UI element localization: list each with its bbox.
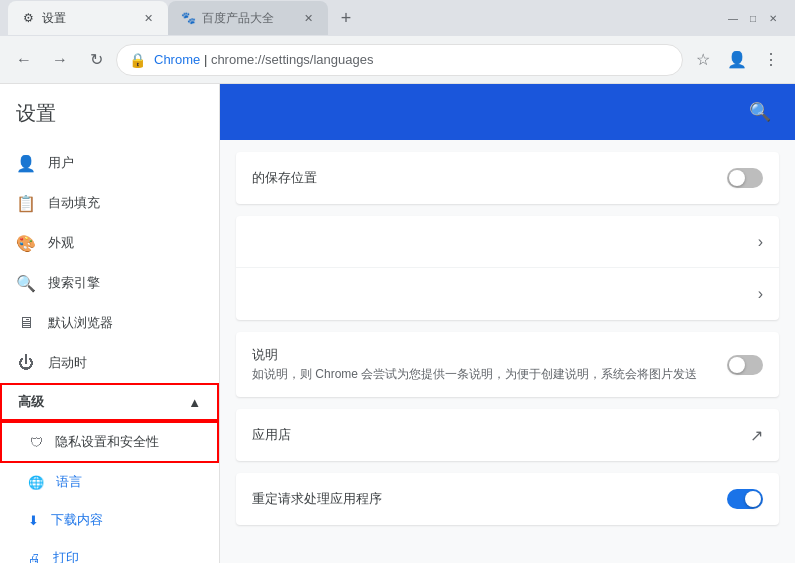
sidebar-item-downloads-label: 下载内容 xyxy=(51,511,103,529)
sidebar-item-startup[interactable]: ⏻ 启动时 xyxy=(0,343,219,383)
settings-tab-title: 设置 xyxy=(42,10,134,27)
sidebar: 设置 👤 用户 📋 自动填充 🎨 外观 🔍 搜索引擎 🖥 默认浏览器 xyxy=(0,84,220,563)
address-path: chrome://settings/languages xyxy=(211,52,374,67)
sidebar-item-user[interactable]: 👤 用户 xyxy=(0,143,219,183)
chevron-right-icon-2: › xyxy=(758,285,763,303)
save-location-label: 的保存位置 xyxy=(252,169,727,187)
sidebar-item-languages-label: 语言 xyxy=(56,473,82,491)
sidebar-item-default-browser[interactable]: 🖥 默认浏览器 xyxy=(0,303,219,343)
sidebar-item-search-label: 搜索引擎 xyxy=(48,274,203,292)
settings-row-chevron-1[interactable]: › xyxy=(236,216,779,268)
autofill-icon: 📋 xyxy=(16,193,36,213)
settings-row-save-location: 的保存位置 xyxy=(236,152,779,204)
sidebar-item-downloads[interactable]: ⬇ 下载内容 xyxy=(0,501,219,539)
appearance-icon: 🎨 xyxy=(16,233,36,253)
navigation-bar: ← → ↻ 🔒 Chrome | chrome://settings/langu… xyxy=(0,36,795,84)
back-button[interactable]: ← xyxy=(8,44,40,76)
downloads-icon: ⬇ xyxy=(28,513,39,528)
sidebar-item-autofill-label: 自动填充 xyxy=(48,194,203,212)
description-toggle[interactable] xyxy=(727,355,763,375)
print-icon: 🖨 xyxy=(28,551,41,564)
user-icon: 👤 xyxy=(16,153,36,173)
chevron-right-icon-1: › xyxy=(758,233,763,251)
languages-icon: 🌐 xyxy=(28,475,44,490)
description-text: 说明 如说明，则 Chrome 会尝试为您提供一条说明，为便于创建说明，系统会将… xyxy=(252,346,727,383)
bookmark-button[interactable]: ☆ xyxy=(687,44,719,76)
description-subtext: 如说明，则 Chrome 会尝试为您提供一条说明，为便于创建说明，系统会将图片发… xyxy=(252,366,727,383)
baidu-tab-close[interactable]: ✕ xyxy=(300,10,316,26)
nav-right-buttons: ☆ 👤 ⋮ xyxy=(687,44,787,76)
forward-button[interactable]: → xyxy=(44,44,76,76)
settings-row-description: 说明 如说明，则 Chrome 会尝试为您提供一条说明，为便于创建说明，系统会将… xyxy=(236,332,779,397)
external-link-icon: ↗ xyxy=(750,426,763,445)
sidebar-item-languages[interactable]: 🌐 语言 xyxy=(0,463,219,501)
sidebar-item-autofill[interactable]: 📋 自动填充 xyxy=(0,183,219,223)
minimize-button[interactable]: — xyxy=(727,12,739,24)
privacy-icon: 🛡 xyxy=(30,435,43,450)
baidu-tab[interactable]: 🐾 百度产品大全 ✕ xyxy=(168,1,328,35)
redirect-text: 重定请求处理应用程序 xyxy=(252,490,727,508)
settings-tab[interactable]: ⚙ 设置 ✕ xyxy=(8,1,168,35)
appstore-text: 应用店 xyxy=(252,426,750,444)
sidebar-item-browser-label: 默认浏览器 xyxy=(48,314,203,332)
title-bar: ⚙ 设置 ✕ 🐾 百度产品大全 ✕ + — □ ✕ xyxy=(0,0,795,36)
baidu-tab-favicon: 🐾 xyxy=(180,10,196,26)
sidebar-item-privacy[interactable]: 🛡 隐私设置和安全性 xyxy=(0,421,219,463)
advanced-section-header[interactable]: 高级 ▲ xyxy=(0,383,219,421)
new-tab-button[interactable]: + xyxy=(332,4,360,32)
settings-section-5: 重定请求处理应用程序 xyxy=(236,473,779,525)
baidu-tab-title: 百度产品大全 xyxy=(202,10,294,27)
sidebar-item-search[interactable]: 🔍 搜索引擎 xyxy=(0,263,219,303)
settings-row-appstore[interactable]: 应用店 ↗ xyxy=(236,409,779,461)
address-bar[interactable]: 🔒 Chrome | chrome://settings/languages xyxy=(116,44,683,76)
sidebar-item-print[interactable]: 🖨 打印 xyxy=(0,539,219,563)
browser-frame: ⚙ 设置 ✕ 🐾 百度产品大全 ✕ + — □ ✕ ← → ↻ 🔒 Chrome… xyxy=(0,0,795,563)
settings-row-chevron-2[interactable]: › xyxy=(236,268,779,320)
sidebar-item-appearance-label: 外观 xyxy=(48,234,203,252)
advanced-chevron-icon: ▲ xyxy=(188,395,201,410)
header-search-icon[interactable]: 🔍 xyxy=(749,101,771,123)
sidebar-item-privacy-label: 隐私设置和安全性 xyxy=(55,433,159,451)
main-content: 设置 👤 用户 📋 自动填充 🎨 外观 🔍 搜索引擎 🖥 默认浏览器 xyxy=(0,84,795,563)
settings-section-1: 的保存位置 xyxy=(236,152,779,204)
address-text: Chrome | chrome://settings/languages xyxy=(154,52,670,67)
settings-row-redirect: 重定请求处理应用程序 xyxy=(236,473,779,525)
menu-button[interactable]: ⋮ xyxy=(755,44,787,76)
settings-section-4: 应用店 ↗ xyxy=(236,409,779,461)
sidebar-item-appearance[interactable]: 🎨 外观 xyxy=(0,223,219,263)
window-controls: — □ ✕ xyxy=(727,12,787,24)
content-body: 的保存位置 › › xyxy=(220,152,795,525)
refresh-button[interactable]: ↻ xyxy=(80,44,112,76)
close-button[interactable]: ✕ xyxy=(767,12,779,24)
advanced-label: 高级 xyxy=(18,393,44,411)
content-header: 🔍 xyxy=(220,84,795,140)
settings-section-2: › › xyxy=(236,216,779,320)
description-title: 说明 xyxy=(252,346,727,364)
settings-tab-close[interactable]: ✕ xyxy=(140,10,156,26)
save-location-toggle[interactable] xyxy=(727,168,763,188)
content-panel: 🔍 的保存位置 xyxy=(220,84,795,563)
description-toggle-knob xyxy=(729,357,745,373)
lock-icon: 🔒 xyxy=(129,52,146,68)
save-location-text: 的保存位置 xyxy=(252,169,727,187)
maximize-button[interactable]: □ xyxy=(747,12,759,24)
redirect-toggle[interactable] xyxy=(727,489,763,509)
sidebar-item-user-label: 用户 xyxy=(48,154,203,172)
account-button[interactable]: 👤 xyxy=(721,44,753,76)
startup-icon: ⏻ xyxy=(16,353,36,373)
settings-tab-favicon: ⚙ xyxy=(20,10,36,26)
redirect-toggle-knob xyxy=(745,491,761,507)
settings-section-3: 说明 如说明，则 Chrome 会尝试为您提供一条说明，为便于创建说明，系统会将… xyxy=(236,332,779,397)
sidebar-item-startup-label: 启动时 xyxy=(48,354,203,372)
save-location-toggle-knob xyxy=(729,170,745,186)
chrome-text: Chrome xyxy=(154,52,200,67)
sidebar-title: 设置 xyxy=(0,100,219,143)
sidebar-item-print-label: 打印 xyxy=(53,549,79,563)
address-separator: | xyxy=(204,52,211,67)
browser-icon: 🖥 xyxy=(16,313,36,333)
search-icon: 🔍 xyxy=(16,273,36,293)
